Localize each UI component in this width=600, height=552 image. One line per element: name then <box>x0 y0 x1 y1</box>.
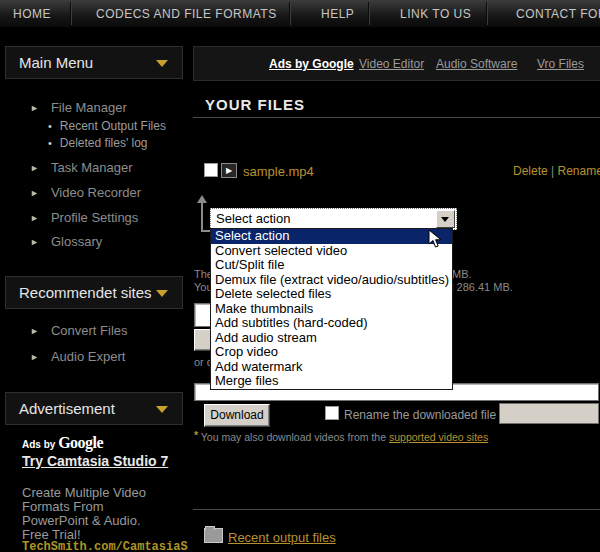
mouse-cursor-icon <box>428 229 444 253</box>
dot-bullet-icon: • <box>48 120 52 132</box>
recent-output-files-link[interactable]: Recent output files <box>228 530 336 545</box>
sidebar-item-glossary[interactable]: ►Glossary <box>30 234 102 249</box>
sidebar-item-label: Deleted files' log <box>60 136 148 150</box>
sidebar-item-label: File Manager <box>51 100 127 115</box>
arrow-bullet-icon: ► <box>30 237 39 247</box>
ads-by-text: Ads by <box>22 439 55 450</box>
advertisement-title: Advertisement <box>19 400 115 417</box>
google-adbar: Ads by Google Video Editor Audio Softwar… <box>193 46 600 81</box>
sidebar-item-profile-settings[interactable]: ►Profile Settings <box>30 210 138 225</box>
recommended-sites-header[interactable]: Recommendet sites <box>5 276 183 309</box>
collapse-triangle-icon[interactable] <box>156 406 168 413</box>
sidebar-item-label: Audio Expert <box>51 349 125 364</box>
adbar-link-audio-software[interactable]: Audio Software <box>436 57 517 71</box>
page-title: YOUR FILES <box>205 96 305 113</box>
file-name[interactable]: sample.mp4 <box>243 164 314 179</box>
sidebar-item-label: Recent Output Files <box>60 119 166 133</box>
ads-by-google-logo: Ads by Google <box>22 434 103 452</box>
file-checkbox[interactable] <box>204 163 218 177</box>
adbar-link-vro-files[interactable]: Vro Files <box>537 57 584 71</box>
option-add-watermark[interactable]: Add watermark <box>211 360 452 375</box>
sidebar-item-video-recorder[interactable]: ►Video Recorder <box>30 185 141 200</box>
option-merge-files[interactable]: Merge files <box>211 374 452 389</box>
page: HOME CODECS AND FILE FORMATS HELP LINK T… <box>0 0 600 552</box>
arrow-bullet-icon: ► <box>30 103 39 113</box>
footnote: * You may also download videos from the … <box>194 429 488 443</box>
title-divider <box>193 117 600 118</box>
delete-link[interactable]: Delete <box>513 164 548 178</box>
nav-contact[interactable]: CONTACT FORM <box>516 7 600 21</box>
ad-body-line: PowerPoint & Audio. <box>22 513 141 528</box>
rename-checkbox[interactable] <box>325 406 339 420</box>
nav-separator <box>368 2 370 25</box>
sidebar-item-label: Convert Files <box>51 323 128 338</box>
action-option-list: Select action Convert selected video Cut… <box>210 228 453 390</box>
sidebar-item-task-manager[interactable]: ►Task Manager <box>30 160 133 175</box>
ad-body-line: Create Multiple Video <box>22 485 146 500</box>
nav-separator <box>289 2 291 25</box>
collapse-triangle-icon[interactable] <box>156 60 168 67</box>
sidebar-item-label: Task Manager <box>51 160 133 175</box>
arrow-bullet-icon: ► <box>30 326 39 336</box>
supported-video-sites-link[interactable]: supported video sites <box>389 431 488 443</box>
sidebar-item-convert-files[interactable]: ►Convert Files <box>30 323 128 338</box>
sidebar-item-label: Profile Settings <box>51 210 138 225</box>
action-separator: | <box>551 164 554 178</box>
bottom-divider <box>193 509 600 510</box>
option-demux-file[interactable]: Demux file (extract video/audio/subtitle… <box>211 273 452 288</box>
sidebar-item-recent-output-files[interactable]: •Recent Output Files <box>48 119 166 133</box>
arrow-bullet-icon: ► <box>30 163 39 173</box>
adbar-link-video-editor[interactable]: Video Editor <box>359 57 424 71</box>
arrow-bullet-icon: ► <box>30 352 39 362</box>
arrow-bullet-icon: ► <box>30 188 39 198</box>
pointer-arrow-up-icon <box>197 195 207 203</box>
adbar-link-ads-by-google[interactable]: Ads by Google <box>269 57 354 71</box>
sidebar-item-file-manager[interactable]: ►File Manager <box>30 100 127 115</box>
footnote-text: You may also download videos from the <box>201 431 386 443</box>
recommended-sites-title: Recommendet sites <box>19 284 152 301</box>
footnote-asterisk: * <box>194 429 198 441</box>
option-add-subtitles[interactable]: Add subtitles (hard-coded) <box>211 316 452 331</box>
play-icon[interactable]: ▶ <box>221 163 237 178</box>
main-menu-title: Main Menu <box>19 54 93 71</box>
dot-bullet-icon: • <box>48 137 52 149</box>
option-convert-selected-video[interactable]: Convert selected video <box>211 244 452 259</box>
sidebar-item-label: Video Recorder <box>51 185 141 200</box>
chevron-down-icon <box>441 217 449 222</box>
nav-help[interactable]: HELP <box>321 7 354 21</box>
option-add-audio-stream[interactable]: Add audio stream <box>211 331 452 346</box>
rename-link[interactable]: Rename <box>558 164 600 178</box>
nav-home[interactable]: HOME <box>13 7 51 21</box>
rename-input[interactable] <box>499 403 599 424</box>
combo-dropdown-button[interactable] <box>436 210 455 228</box>
nav-codecs[interactable]: CODECS AND FILE FORMATS <box>96 7 277 21</box>
sidebar-item-label: Glossary <box>51 234 102 249</box>
option-delete-selected-files[interactable]: Delete selected files <box>211 287 452 302</box>
sidebar-item-deleted-files-log[interactable]: •Deleted files' log <box>48 136 148 150</box>
action-select[interactable]: Select action <box>210 208 457 230</box>
google-logo-text: Google <box>58 434 103 451</box>
ad-body-line: Formats From <box>22 499 104 514</box>
option-crop-video[interactable]: Crop video <box>211 345 452 360</box>
collapse-triangle-icon[interactable] <box>156 290 168 297</box>
option-select-action[interactable]: Select action <box>211 229 452 244</box>
file-actions: Delete | Rename <box>513 164 600 178</box>
folder-icon[interactable] <box>204 528 223 543</box>
nav-separator <box>486 2 488 25</box>
option-cut-split-file[interactable]: Cut/Split file <box>211 258 452 273</box>
arrow-bullet-icon: ► <box>30 213 39 223</box>
ad-url-link[interactable]: TechSmith.com/CamtasiaS <box>22 540 188 552</box>
nav-link-to-us[interactable]: LINK TO US <box>400 7 471 21</box>
top-navbar: HOME CODECS AND FILE FORMATS HELP LINK T… <box>0 0 600 28</box>
advertisement-header[interactable]: Advertisement <box>5 392 183 425</box>
option-make-thumbnails[interactable]: Make thumbnails <box>211 302 452 317</box>
rename-checkbox-label: Rename the downloaded file as <box>344 408 512 422</box>
download-button[interactable]: Download <box>204 404 270 427</box>
nav-separator <box>70 2 72 25</box>
action-select-value: Select action <box>216 211 290 226</box>
main-menu-header[interactable]: Main Menu <box>5 46 183 79</box>
sidebar-item-audio-expert[interactable]: ►Audio Expert <box>30 349 125 364</box>
ad-headline-link[interactable]: Try Camtasia Studio 7 <box>22 453 184 469</box>
